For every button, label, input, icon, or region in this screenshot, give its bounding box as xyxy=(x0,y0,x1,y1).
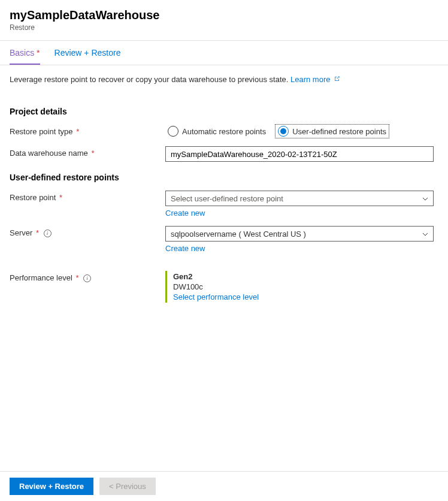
required-asterisk: * xyxy=(34,48,40,58)
external-link-icon xyxy=(334,76,340,83)
server-create-new-link[interactable]: Create new xyxy=(165,244,205,253)
learn-more-link[interactable]: Learn more xyxy=(290,75,340,84)
radio-user-defined-restore-points[interactable]: User-defined restore points xyxy=(276,125,389,138)
required-asterisk: * xyxy=(57,193,62,202)
tab-basics-label: Basics xyxy=(10,48,34,58)
restore-point-type-radio-group: Automatic restore points User-defined re… xyxy=(165,125,434,138)
label-server: Server * i xyxy=(10,226,165,238)
page-subtitle: Restore xyxy=(10,23,438,32)
info-icon[interactable]: i xyxy=(44,230,52,237)
page-title: mySampleDataWarehouse xyxy=(10,8,438,22)
info-icon[interactable]: i xyxy=(83,274,91,282)
section-user-defined-restore-points: User-defined restore points xyxy=(10,173,438,182)
performance-level-box: Gen2 DW100c Select performance level xyxy=(165,271,434,303)
restore-point-placeholder: Select user-defined restore point xyxy=(171,194,283,203)
radio-icon xyxy=(168,126,178,137)
server-value: sqlpoolservername ( West Central US ) xyxy=(171,230,306,239)
radio-automatic-restore-points[interactable]: Automatic restore points xyxy=(165,125,268,138)
data-warehouse-name-input[interactable] xyxy=(165,146,434,162)
radio-icon xyxy=(278,126,289,137)
chevron-down-icon xyxy=(422,230,428,237)
server-select[interactable]: sqlpoolservername ( West Central US ) xyxy=(165,226,434,242)
label-performance-level: Performance level * i xyxy=(10,271,165,283)
label-restore-point: Restore point * xyxy=(10,191,165,202)
label-restore-point-type: Restore point type * xyxy=(10,125,165,136)
performance-tier: DW100c xyxy=(173,282,434,291)
select-performance-level-link[interactable]: Select performance level xyxy=(173,292,259,301)
tabs-bar: Basics * Review + Restore xyxy=(0,41,448,65)
chevron-down-icon xyxy=(422,195,428,202)
required-asterisk: * xyxy=(34,228,39,237)
performance-gen: Gen2 xyxy=(173,272,434,281)
radio-automatic-label: Automatic restore points xyxy=(182,127,266,136)
section-project-details: Project details xyxy=(10,107,438,116)
restore-point-create-new-link[interactable]: Create new xyxy=(165,209,205,218)
description-text: Leverage restore point to recover or cop… xyxy=(10,73,438,96)
required-asterisk: * xyxy=(74,127,80,136)
radio-user-defined-label: User-defined restore points xyxy=(292,127,386,136)
restore-point-select[interactable]: Select user-defined restore point xyxy=(165,191,434,206)
required-asterisk: * xyxy=(74,273,79,282)
tab-review-restore[interactable]: Review + Restore xyxy=(55,48,121,65)
description-body: Leverage restore point to recover or cop… xyxy=(10,75,288,84)
required-asterisk: * xyxy=(89,149,95,158)
label-data-warehouse-name: Data warehouse name * xyxy=(10,146,165,158)
tab-basics[interactable]: Basics * xyxy=(10,48,40,65)
